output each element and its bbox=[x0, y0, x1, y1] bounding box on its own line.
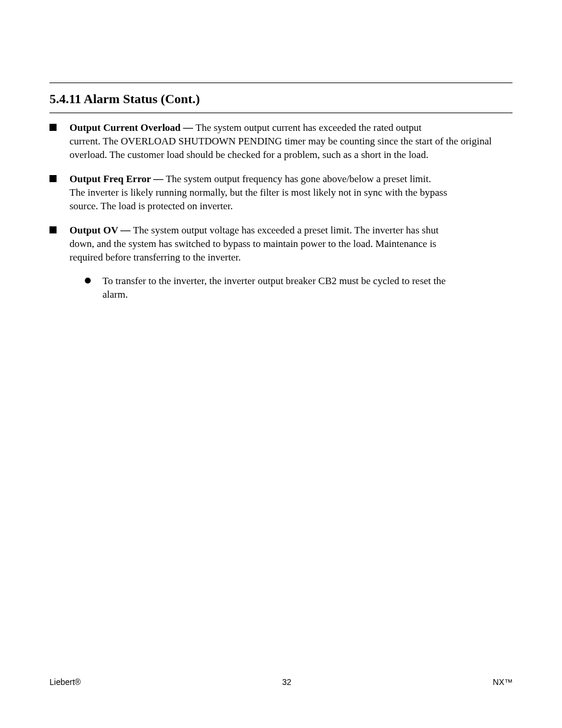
item-heading: Output Current Overload — The system out… bbox=[70, 121, 513, 135]
item-head-bold: Output Current Overload — bbox=[70, 122, 196, 133]
list-item: Output OV — The system output voltage ha… bbox=[49, 224, 513, 265]
item-desc-line: alarm. bbox=[103, 288, 513, 302]
item-head-inline: The system output frequency has gone abo… bbox=[166, 173, 431, 185]
item-head-bold: Output OV — bbox=[70, 225, 133, 236]
footer-right: NX™ bbox=[493, 677, 513, 687]
item-head-inline: The system output voltage has exceeded a… bbox=[133, 225, 439, 236]
square-bullet-icon bbox=[49, 124, 57, 131]
item-desc-line: current. The OVERLOAD SHUTDOWN PENDING t… bbox=[70, 135, 513, 149]
square-bullet-icon bbox=[49, 175, 57, 182]
item-desc-line: required before transferring to the inve… bbox=[70, 251, 513, 265]
footer-page-number: 32 bbox=[282, 677, 292, 687]
item-heading: Output OV — The system output voltage ha… bbox=[70, 224, 513, 238]
list-item: Output Current Overload — The system out… bbox=[49, 121, 513, 162]
item-desc-line: To transfer to the inverter, the inverte… bbox=[103, 275, 513, 288]
round-bullet-icon bbox=[85, 278, 91, 284]
item-heading: Output Freq Error — The system output fr… bbox=[70, 173, 513, 186]
item-head-bold: Output Freq Error — bbox=[70, 173, 166, 185]
item-desc-line: overload. The customer load should be ch… bbox=[70, 149, 513, 162]
item-head-inline: The system output current has exceeded t… bbox=[196, 122, 421, 133]
divider-bottom bbox=[49, 113, 513, 113]
list-item: To transfer to the inverter, the inverte… bbox=[49, 275, 513, 302]
item-desc-line: The inverter is likely running normally,… bbox=[70, 186, 513, 200]
page-footer: Liebert® 32 NX™ bbox=[49, 677, 513, 687]
section-title: 5.4.11 Alarm Status (Cont.) bbox=[49, 91, 200, 106]
square-bullet-icon bbox=[49, 226, 57, 233]
list-item: Output Freq Error — The system output fr… bbox=[49, 173, 513, 213]
item-desc-line: down, and the system has switched to byp… bbox=[70, 238, 513, 251]
item-desc-line: source. The load is protected on inverte… bbox=[70, 200, 513, 213]
footer-left: Liebert® bbox=[49, 677, 81, 687]
